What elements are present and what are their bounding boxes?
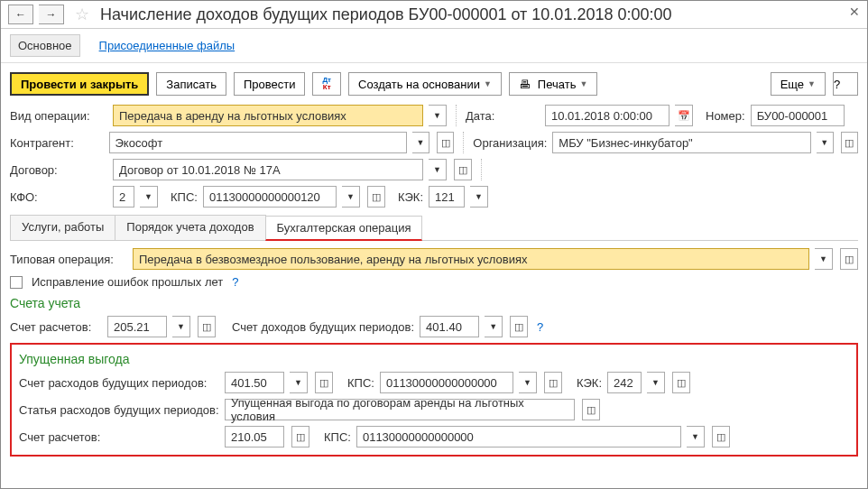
kps2-label: КПС: [347, 376, 374, 390]
dt-kt-button[interactable]: ДтКт [312, 72, 341, 96]
tab-files[interactable]: Присоединенные файлы [91, 34, 244, 57]
dt-kt-icon: ДтКт [322, 77, 331, 91]
number-input[interactable]: БУ00-000001 [751, 105, 845, 126]
acc-future-open[interactable]: ◫ [510, 316, 528, 337]
article-label: Статья расходов будущих периодов: [19, 403, 219, 417]
type-op-label: Типовая операция: [10, 253, 127, 266]
acc-calc2-input[interactable]: 210.05 [225, 426, 284, 447]
help-icon-2[interactable]: ? [537, 320, 543, 334]
acc-calc-input[interactable]: 205.21 [107, 316, 167, 337]
create-based-button[interactable]: Создать на основании▼ [348, 72, 502, 96]
exp-future-label: Счет расходов будущих периодов: [19, 376, 219, 390]
kek2-label: КЭК: [577, 376, 602, 390]
contract-label: Договор: [10, 163, 107, 177]
op-type-label: Вид операции: [10, 109, 107, 123]
org-dropdown[interactable]: ▼ [817, 132, 834, 153]
op-type-input[interactable]: Передача в аренду на льготных условиях [113, 105, 423, 126]
exp-future-input[interactable]: 401.50 [225, 372, 284, 393]
kfo-input[interactable]: 2 [113, 186, 134, 208]
nav-back-button[interactable]: ← [8, 5, 33, 24]
kps3-open[interactable]: ◫ [712, 426, 730, 447]
kek2-open[interactable]: ◫ [672, 372, 690, 393]
kfo-label: КФО: [10, 190, 107, 204]
exp-future-dropdown[interactable]: ▼ [290, 372, 308, 393]
save-button[interactable]: Записать [156, 72, 226, 96]
kek2-input[interactable]: 242 [607, 372, 642, 393]
tab-income-order[interactable]: Порядок учета доходов [115, 215, 265, 240]
more-button[interactable]: Еще▼ [771, 72, 826, 96]
lost-profit-title: Упущенная выгода [19, 352, 849, 366]
accounts-section-title: Счета учета [10, 296, 858, 310]
kps3-label: КПС: [324, 430, 351, 444]
org-label: Организация: [473, 136, 547, 150]
star-icon[interactable]: ☆ [75, 5, 89, 24]
acc-calc2-open[interactable]: ◫ [291, 426, 309, 447]
kps-dropdown[interactable]: ▼ [342, 186, 360, 208]
acc-future-input[interactable]: 401.40 [420, 316, 479, 337]
contract-input[interactable]: Договор от 10.01.2018 № 17А [113, 159, 423, 180]
op-type-dropdown[interactable]: ▼ [429, 105, 447, 126]
acc-calc-dropdown[interactable]: ▼ [172, 316, 190, 337]
nav-forward-button[interactable]: → [39, 5, 64, 24]
kps2-input[interactable]: 01130000000000000 [380, 372, 513, 393]
contragent-input[interactable]: Экософт [109, 132, 407, 153]
org-open[interactable]: ◫ [841, 132, 858, 153]
type-op-open[interactable]: ◫ [840, 248, 858, 270]
kps3-input[interactable]: 01130000000000000 [356, 426, 681, 447]
kps3-dropdown[interactable]: ▼ [687, 426, 705, 447]
kek-label: КЭК: [398, 190, 423, 204]
tab-main[interactable]: Основное [10, 34, 80, 57]
help-icon[interactable]: ? [232, 275, 238, 289]
print-button[interactable]: Печать▼ [509, 72, 598, 96]
kps2-open[interactable]: ◫ [544, 372, 562, 393]
date-label: Дата: [466, 109, 540, 123]
fix-errors-label: Исправление ошибок прошлых лет [32, 275, 223, 289]
post-and-close-button[interactable]: Провести и закрыть [10, 72, 149, 96]
close-icon[interactable]: ✕ [849, 5, 860, 19]
page-title: Начисление доходов будущих периодов БУ00… [100, 5, 672, 24]
acc-future-dropdown[interactable]: ▼ [485, 316, 503, 337]
kps-input[interactable]: 01130000000000120 [203, 186, 337, 208]
acc-calc-label: Счет расчетов: [10, 320, 102, 334]
kps2-dropdown[interactable]: ▼ [519, 372, 537, 393]
date-input[interactable]: 10.01.2018 0:00:00 [545, 105, 669, 126]
kek-dropdown[interactable]: ▼ [470, 186, 488, 208]
help-button[interactable]: ? [833, 72, 858, 96]
kek-input[interactable]: 121 [429, 186, 465, 208]
kek2-dropdown[interactable]: ▼ [647, 372, 665, 393]
kps-open[interactable]: ◫ [367, 186, 385, 208]
org-input[interactable]: МБУ "Бизнес-инкубатор" [552, 132, 810, 153]
contragent-dropdown[interactable]: ▼ [412, 132, 429, 153]
calendar-icon[interactable]: 📅 [675, 105, 693, 126]
exp-future-open[interactable]: ◫ [315, 372, 333, 393]
kfo-dropdown[interactable]: ▼ [140, 186, 158, 208]
number-label: Номер: [706, 109, 745, 123]
tab-services[interactable]: Услуги, работы [10, 215, 115, 240]
fix-errors-checkbox[interactable] [10, 276, 23, 289]
contragent-label: Контрагент: [10, 136, 104, 150]
contract-open[interactable]: ◫ [454, 159, 472, 180]
tab-accounting-op[interactable]: Бухгалтерская операция [265, 216, 423, 241]
type-op-dropdown[interactable]: ▼ [815, 248, 833, 270]
contragent-open[interactable]: ◫ [437, 132, 454, 153]
print-icon [519, 78, 534, 91]
post-button[interactable]: Провести [234, 72, 306, 96]
acc-calc2-label: Счет расчетов: [19, 430, 219, 444]
article-open[interactable]: ◫ [582, 399, 600, 420]
article-input[interactable]: Упущенная выгода по договорам аренды на … [225, 399, 575, 420]
kps-label: КПС: [171, 190, 198, 204]
type-op-input[interactable]: Передача в безвозмездное пользование, ар… [133, 248, 809, 270]
acc-future-label: Счет доходов будущих периодов: [232, 320, 414, 334]
contract-dropdown[interactable]: ▼ [429, 159, 447, 180]
acc-calc-open[interactable]: ◫ [198, 316, 216, 337]
